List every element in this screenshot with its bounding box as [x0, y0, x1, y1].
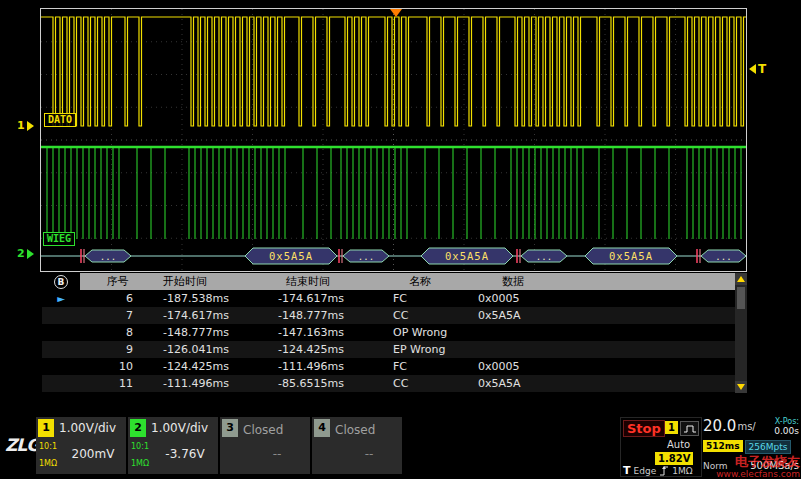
waveform-display: ...0x5A5A...0x5A5A...0x5A5A... DATO WIEG [40, 8, 747, 272]
table-row[interactable]: 9-126.041ms-124.425msEP Wrong [42, 341, 747, 358]
table-body: ►6-187.538ms-174.617msFC0x00057-174.617m… [42, 290, 747, 392]
channel-3-panel[interactable]: 3Closed-- [220, 417, 310, 474]
ch2-level-marker[interactable]: 2 [17, 247, 34, 260]
xpos-label: X-Pos: [774, 417, 799, 426]
memory-depth-badge: 256Mpts [745, 440, 792, 454]
acquire-mode: Norm [703, 461, 728, 471]
row-name: CC [385, 375, 470, 392]
channel-2-badge: 2 [130, 419, 146, 437]
row-name: OP Wrong [385, 324, 470, 341]
timebase-scale: 20.0 [703, 417, 736, 435]
ch2-marker-number: 2 [17, 247, 25, 260]
row-name: FC [385, 358, 470, 375]
row-start-time: -126.041ms [155, 341, 270, 358]
channel-scale: 1.00V/div [151, 421, 208, 435]
ch1-trace-label: DATO [44, 113, 76, 127]
row-name: EP Wrong [385, 341, 470, 358]
trigger-level-marker[interactable]: T [749, 62, 766, 76]
col-header-data: 数据 [494, 273, 767, 290]
status-bar: ZLG® 11.00V/div200mV10:11MΩ21.00V/div-3.… [0, 415, 801, 479]
row-data [470, 341, 735, 358]
ch1-level-marker[interactable]: 1 [17, 119, 34, 132]
row-end-time: -174.617ms [270, 290, 385, 307]
decode-event-table: B 序号 开始时间 结束时间 名称 数据 ►6-187.538ms-174.61… [42, 273, 747, 393]
svg-text:0x5A5A: 0x5A5A [609, 250, 653, 262]
table-row[interactable]: 11-111.496ms-85.6515msCC0x5A5A [42, 375, 747, 392]
table-row[interactable]: ►6-187.538ms-174.617msFC0x0005 [42, 290, 747, 307]
row-data: 0x0005 [470, 290, 735, 307]
scroll-up-button[interactable] [735, 273, 747, 285]
horizontal-position: X-Pos: 0.00s [774, 417, 799, 436]
bus-icon: B [54, 275, 68, 289]
col-header-index: 序号 [80, 273, 155, 290]
timebase-top-row: 20.0 ms/ X-Pos: 0.00s [703, 417, 799, 436]
scroll-down-button[interactable] [735, 381, 747, 393]
trigger-sweep-mode: Auto [667, 439, 690, 450]
probe-ratio: 10:1 [39, 442, 57, 451]
table-row[interactable]: 7-174.617ms-148.777msCC0x5A5A [42, 307, 747, 324]
trigger-type: Edge [634, 466, 657, 476]
channel-offset: -3.76V [152, 447, 218, 461]
logo-text: ZLG [5, 435, 39, 455]
trigger-detail-line: T Edge 1MΩ [623, 464, 693, 477]
row-start-time: -148.777ms [155, 324, 270, 341]
trigger-marker-label: T [758, 62, 766, 76]
channel-scale: 1.00V/div [59, 421, 116, 435]
row-pointer [42, 324, 80, 341]
trigger-status-panel[interactable]: Stop 1 Auto 1.82V T Edge 1MΩ [620, 417, 702, 477]
input-impedance: 1MΩ [131, 459, 149, 468]
trigger-impedance: 1MΩ [672, 466, 692, 476]
row-index: 10 [80, 358, 155, 375]
row-start-time: -111.496ms [155, 375, 270, 392]
scrollbar-thumb[interactable] [737, 287, 745, 309]
capture-info-row: 512ms 256Mpts [703, 440, 799, 454]
trigger-position-marker-icon[interactable] [390, 9, 402, 17]
svg-text:0x5A5A: 0x5A5A [445, 250, 489, 262]
svg-text:...: ... [358, 252, 374, 262]
row-pointer [42, 358, 80, 375]
acquisition-state-badge: Stop [623, 420, 665, 437]
row-name: FC [385, 290, 470, 307]
capture-window-badge: 512ms [703, 440, 743, 452]
row-index: 7 [80, 307, 155, 324]
channel-offset: -- [336, 447, 402, 461]
channel-offset: -- [244, 447, 310, 461]
row-data: 0x0005 [470, 358, 735, 375]
channel-scale: Closed [243, 423, 283, 437]
table-scrollbar[interactable] [735, 273, 747, 393]
sample-info-row: Norm 500MSa/s [703, 460, 799, 471]
ch1-marker-number: 1 [17, 119, 25, 132]
channel-scale: Closed [335, 423, 375, 437]
row-pointer [42, 375, 80, 392]
channel-2-panel[interactable]: 21.00V/div-3.76V10:11MΩ [128, 417, 218, 474]
row-index: 6 [80, 290, 155, 307]
table-row[interactable]: 8-148.777ms-147.163msOP Wrong [42, 324, 747, 341]
right-arrow-icon [27, 121, 34, 131]
pulse-icon [680, 421, 699, 436]
bus-decode-label: WIEG [43, 232, 75, 246]
row-pointer: ► [42, 290, 80, 307]
input-impedance: 1MΩ [39, 459, 57, 468]
table-header-row: B 序号 开始时间 结束时间 名称 数据 [42, 273, 747, 290]
rising-edge-icon [659, 465, 669, 476]
row-index: 8 [80, 324, 155, 341]
oscilloscope-screen: ...0x5A5A...0x5A5A...0x5A5A... DATO WIEG… [0, 0, 801, 479]
row-end-time: -147.163ms [270, 324, 385, 341]
sample-rate: 500MSa/s [750, 460, 799, 471]
trigger-t-label: T [623, 464, 631, 477]
channel-4-panel[interactable]: 4Closed-- [312, 417, 402, 474]
row-data: 0x5A5A [470, 307, 735, 324]
svg-text:...: ... [715, 252, 731, 262]
channel-offset: 200mV [60, 447, 126, 461]
svg-text:0x5A5A: 0x5A5A [269, 250, 313, 262]
col-header-name: 名称 [401, 273, 494, 290]
row-index: 11 [80, 375, 155, 392]
table-row[interactable]: 10-124.425ms-111.496msFC0x0005 [42, 358, 747, 375]
row-start-time: -174.617ms [155, 307, 270, 324]
channel-1-badge: 1 [38, 419, 54, 437]
right-arrow-icon [27, 249, 34, 259]
xpos-value: 0.00s [774, 426, 799, 436]
channel-3-badge: 3 [222, 419, 238, 437]
channel-1-panel[interactable]: 11.00V/div200mV10:11MΩ [36, 417, 126, 474]
timebase-panel[interactable]: 20.0 ms/ X-Pos: 0.00s 512ms 256Mpts Norm… [703, 417, 799, 475]
